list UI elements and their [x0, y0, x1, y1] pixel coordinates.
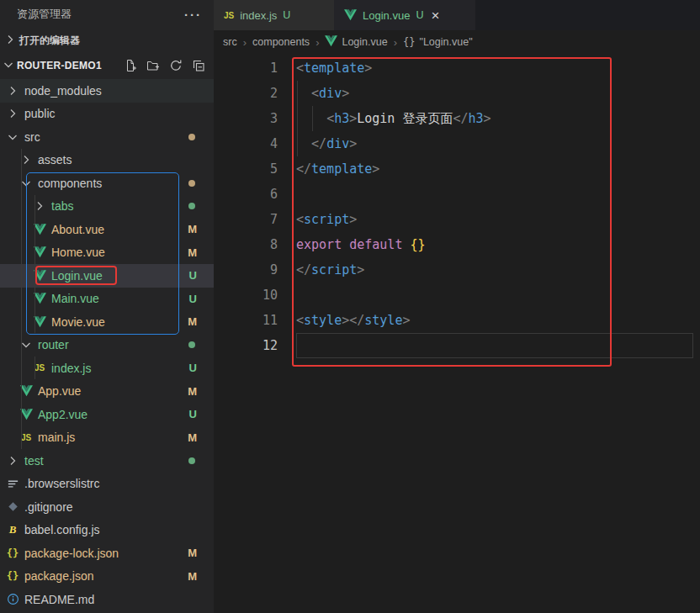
- tree-item-main.js[interactable]: JSmain.jsM: [0, 426, 214, 450]
- tree-item-package-lock.json[interactable]: {}package-lock.jsonM: [0, 542, 214, 565]
- code-line[interactable]: 8export default {}: [214, 232, 700, 257]
- tree-item-label: router: [38, 338, 69, 351]
- tree-item-label: Home.vue: [51, 246, 105, 259]
- code-line[interactable]: 4 </div>: [214, 131, 700, 156]
- project-section-header[interactable]: ROUTER-DEMO1: [0, 52, 214, 79]
- project-actions: [124, 59, 214, 72]
- breadcrumb-item[interactable]: components: [252, 36, 310, 48]
- tree-item-About.vue[interactable]: About.vueM: [0, 218, 214, 241]
- tree-item-label: .browserslistrc: [24, 477, 99, 490]
- git-status-badge: M: [188, 315, 197, 328]
- tree-item-Login.vue[interactable]: Login.vueU: [0, 264, 214, 288]
- tree-item-.gitignore[interactable]: .gitignore: [0, 495, 214, 519]
- tree-item-assets[interactable]: assets: [0, 149, 214, 172]
- js-icon: JS: [32, 363, 47, 373]
- vue-icon: [344, 9, 357, 21]
- code-line[interactable]: 1<template>: [214, 55, 700, 81]
- tree-item-label: index.js: [51, 362, 91, 375]
- json-icon: {}: [5, 547, 20, 559]
- code-line[interactable]: 3 <h3>Login 登录页面</h3>: [214, 106, 700, 131]
- sidebar-title: 资源管理器: [17, 7, 72, 22]
- json-icon: {}: [5, 570, 20, 582]
- breadcrumb-separator: ›: [394, 36, 397, 49]
- tree-item-README.md[interactable]: README.md: [0, 588, 214, 611]
- chevron-right-icon: [19, 153, 34, 166]
- tree-item-components[interactable]: components: [0, 172, 214, 195]
- code-line[interactable]: 10: [214, 283, 700, 308]
- git-changes-dot: [188, 457, 195, 464]
- tab-index.js[interactable]: JSindex.jsU: [214, 0, 334, 30]
- breadcrumb-item[interactable]: {}"Login.vue": [403, 36, 473, 48]
- editor-area: JSindex.jsULogin.vueU× src›components›Lo…: [214, 0, 700, 613]
- project-name: ROUTER-DEMO1: [17, 60, 102, 71]
- vue-icon: [19, 385, 34, 397]
- git-status-badge: M: [188, 547, 197, 559]
- more-actions-icon[interactable]: ···: [184, 8, 202, 22]
- breadcrumb-item[interactable]: Login.vue: [325, 35, 387, 50]
- tree-item-router[interactable]: router: [0, 334, 214, 357]
- chevron-right-icon: [5, 454, 20, 468]
- breadcrumb-label: Login.vue: [342, 36, 387, 48]
- code-line[interactable]: 12: [214, 333, 700, 358]
- code-line[interactable]: 6: [214, 182, 700, 207]
- tree-item-test[interactable]: test: [0, 449, 214, 473]
- collapse-all-icon[interactable]: [192, 59, 205, 72]
- git-status-badge: U: [189, 293, 197, 305]
- code-text: <script>: [296, 207, 357, 232]
- open-editors-section[interactable]: 打开的编辑器: [0, 29, 214, 52]
- new-folder-icon[interactable]: [146, 59, 160, 72]
- tree-item-label: main.js: [38, 431, 75, 444]
- line-number: 9: [214, 257, 278, 283]
- breadcrumb-item[interactable]: src: [223, 36, 237, 48]
- tab-label: index.js: [240, 9, 277, 22]
- tree-item-public[interactable]: public: [0, 103, 214, 126]
- tree-item-package.json[interactable]: {}package.jsonM: [0, 565, 214, 589]
- vue-icon: [32, 270, 47, 282]
- code-editor[interactable]: 1<template>2 <div>3 <h3>Login 登录页面</h3>4…: [214, 55, 700, 358]
- chevron-down-icon: [5, 130, 20, 144]
- tree-item-tabs[interactable]: tabs: [0, 195, 214, 219]
- chevron-down-icon: [19, 177, 34, 190]
- tree-item-index.js[interactable]: JSindex.jsU: [0, 357, 214, 380]
- code-line[interactable]: 11<style></style>: [214, 308, 700, 333]
- breadcrumb-label: src: [223, 36, 237, 48]
- tree-item-src[interactable]: src: [0, 125, 214, 149]
- code-line[interactable]: 9</script>: [214, 257, 700, 283]
- tree-item-Movie.vue[interactable]: Movie.vueM: [0, 310, 214, 334]
- line-number: 4: [214, 131, 278, 156]
- code-text: <style></style>: [296, 308, 410, 333]
- new-file-icon[interactable]: [124, 59, 137, 72]
- js-icon: JS: [19, 433, 34, 442]
- refresh-icon[interactable]: [169, 59, 183, 72]
- code-line[interactable]: 7<script>: [214, 207, 700, 232]
- tree-item-label: Main.vue: [51, 292, 99, 305]
- tree-item-babel.config.js[interactable]: Bbabel.config.js: [0, 519, 214, 542]
- git-status-badge: U: [416, 9, 423, 21]
- code-text: <h3>Login 登录页面</h3>: [296, 106, 491, 131]
- tree-item-App.vue[interactable]: App.vueM: [0, 380, 214, 404]
- tree-item-Main.vue[interactable]: Main.vueU: [0, 288, 214, 311]
- code-text: <div>: [296, 81, 349, 106]
- code-line[interactable]: 5</template>: [214, 156, 700, 182]
- tree-item-node_modules[interactable]: node_modules: [0, 79, 214, 103]
- tab-Login.vue[interactable]: Login.vueU×: [334, 0, 475, 30]
- tree-item-Home.vue[interactable]: Home.vueM: [0, 241, 214, 265]
- line-number: 2: [214, 81, 278, 106]
- tree-item-.browserslistrc[interactable]: .browserslistrc: [0, 473, 214, 496]
- tab-label: Login.vue: [363, 9, 410, 22]
- tree-item-label: App.vue: [38, 384, 81, 398]
- tree-item-label: assets: [38, 153, 72, 166]
- js-icon: JS: [224, 11, 234, 20]
- chevron-right-icon: [32, 199, 47, 213]
- tree-item-label: package.json: [24, 569, 94, 583]
- tree-item-label: tabs: [51, 199, 73, 213]
- git-status-badge: M: [188, 385, 197, 398]
- babel-icon: B: [5, 523, 20, 536]
- close-icon[interactable]: ×: [431, 8, 439, 23]
- tree-item-label: App2.vue: [38, 408, 88, 421]
- tree-item-App2.vue[interactable]: App2.vueU: [0, 403, 214, 426]
- code-line[interactable]: 2 <div>: [214, 81, 700, 106]
- git-changes-dot: [188, 203, 195, 209]
- git-changes-dot: [188, 180, 195, 187]
- breadcrumb-separator: ›: [316, 36, 319, 49]
